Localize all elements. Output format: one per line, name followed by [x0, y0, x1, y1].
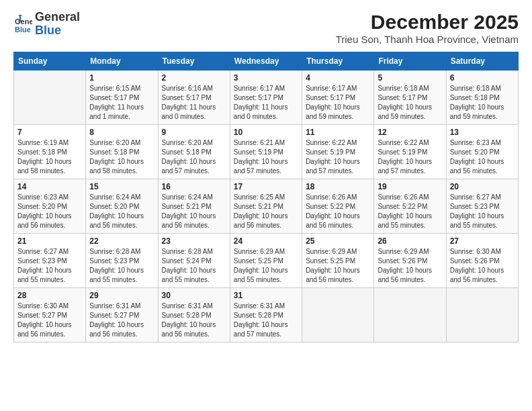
week-row-2: 7Sunrise: 6:19 AMSunset: 5:18 PMDaylight…	[14, 125, 519, 179]
logo-general: General	[35, 11, 80, 24]
day-cell	[302, 288, 374, 342]
day-cell: 26Sunrise: 6:29 AMSunset: 5:26 PMDayligh…	[374, 234, 446, 288]
day-cell: 24Sunrise: 6:29 AMSunset: 5:25 PMDayligh…	[230, 234, 302, 288]
day-info: Sunrise: 6:30 AMSunset: 5:26 PMDaylight:…	[450, 247, 515, 285]
calendar-header: SundayMondayTuesdayWednesdayThursdayFrid…	[14, 52, 519, 71]
week-row-5: 28Sunrise: 6:30 AMSunset: 5:27 PMDayligh…	[14, 288, 519, 342]
day-cell: 19Sunrise: 6:26 AMSunset: 5:22 PMDayligh…	[374, 179, 446, 234]
day-number: 11	[306, 128, 370, 137]
day-info: Sunrise: 6:30 AMSunset: 5:27 PMDaylight:…	[17, 302, 82, 339]
day-number: 26	[378, 236, 442, 246]
day-cell: 15Sunrise: 6:24 AMSunset: 5:20 PMDayligh…	[86, 179, 158, 234]
day-info: Sunrise: 6:28 AMSunset: 5:24 PMDaylight:…	[162, 247, 226, 285]
day-cell: 6Sunrise: 6:18 AMSunset: 5:18 PMDaylight…	[446, 71, 518, 125]
day-info: Sunrise: 6:26 AMSunset: 5:22 PMDaylight:…	[378, 193, 442, 230]
weekday-header-friday: Friday	[374, 52, 446, 71]
day-info: Sunrise: 6:22 AMSunset: 5:19 PMDaylight:…	[378, 138, 442, 176]
svg-text:Blue: Blue	[15, 26, 31, 34]
day-info: Sunrise: 6:15 AMSunset: 5:17 PMDaylight:…	[89, 84, 154, 122]
logo: General Blue General Blue	[13, 11, 80, 38]
calendar-body: 1Sunrise: 6:15 AMSunset: 5:17 PMDaylight…	[14, 71, 519, 342]
day-number: 7	[17, 128, 82, 137]
day-info: Sunrise: 6:29 AMSunset: 5:25 PMDaylight:…	[234, 247, 298, 285]
day-cell: 27Sunrise: 6:30 AMSunset: 5:26 PMDayligh…	[446, 234, 518, 288]
day-number: 23	[162, 236, 226, 246]
day-info: Sunrise: 6:20 AMSunset: 5:18 PMDaylight:…	[162, 138, 226, 176]
day-number: 8	[89, 128, 154, 137]
day-cell	[446, 288, 518, 342]
day-number: 19	[378, 182, 442, 191]
day-number: 2	[162, 73, 226, 83]
day-cell: 10Sunrise: 6:21 AMSunset: 5:19 PMDayligh…	[230, 125, 302, 179]
weekday-header-monday: Monday	[86, 52, 158, 71]
day-cell: 5Sunrise: 6:18 AMSunset: 5:17 PMDaylight…	[374, 71, 446, 125]
day-info: Sunrise: 6:17 AMSunset: 5:17 PMDaylight:…	[306, 84, 370, 122]
logo-icon: General Blue	[13, 15, 32, 34]
day-cell: 30Sunrise: 6:31 AMSunset: 5:28 PMDayligh…	[158, 288, 230, 342]
day-cell: 23Sunrise: 6:28 AMSunset: 5:24 PMDayligh…	[158, 234, 230, 288]
day-cell: 13Sunrise: 6:23 AMSunset: 5:20 PMDayligh…	[446, 125, 518, 179]
day-number: 6	[450, 73, 515, 83]
day-cell: 1Sunrise: 6:15 AMSunset: 5:17 PMDaylight…	[86, 71, 158, 125]
day-info: Sunrise: 6:27 AMSunset: 5:23 PMDaylight:…	[450, 193, 515, 230]
weekday-row: SundayMondayTuesdayWednesdayThursdayFrid…	[14, 52, 519, 71]
day-info: Sunrise: 6:28 AMSunset: 5:23 PMDaylight:…	[89, 247, 154, 285]
day-info: Sunrise: 6:18 AMSunset: 5:18 PMDaylight:…	[450, 84, 515, 122]
day-cell	[14, 71, 86, 125]
day-cell: 14Sunrise: 6:23 AMSunset: 5:20 PMDayligh…	[14, 179, 86, 234]
day-cell: 7Sunrise: 6:19 AMSunset: 5:18 PMDaylight…	[14, 125, 86, 179]
day-info: Sunrise: 6:25 AMSunset: 5:21 PMDaylight:…	[234, 193, 298, 230]
day-cell: 31Sunrise: 6:31 AMSunset: 5:28 PMDayligh…	[230, 288, 302, 342]
day-info: Sunrise: 6:16 AMSunset: 5:17 PMDaylight:…	[162, 84, 226, 122]
week-row-3: 14Sunrise: 6:23 AMSunset: 5:20 PMDayligh…	[14, 179, 519, 234]
day-number: 28	[17, 291, 82, 300]
weekday-header-wednesday: Wednesday	[230, 52, 302, 71]
day-cell: 17Sunrise: 6:25 AMSunset: 5:21 PMDayligh…	[230, 179, 302, 234]
week-row-4: 21Sunrise: 6:27 AMSunset: 5:23 PMDayligh…	[14, 234, 519, 288]
day-cell	[374, 288, 446, 342]
day-cell: 21Sunrise: 6:27 AMSunset: 5:23 PMDayligh…	[14, 234, 86, 288]
day-cell: 16Sunrise: 6:24 AMSunset: 5:21 PMDayligh…	[158, 179, 230, 234]
week-row-1: 1Sunrise: 6:15 AMSunset: 5:17 PMDaylight…	[14, 71, 519, 125]
logo-wordmark: General Blue	[35, 11, 80, 38]
day-cell: 25Sunrise: 6:29 AMSunset: 5:25 PMDayligh…	[302, 234, 374, 288]
day-cell: 28Sunrise: 6:30 AMSunset: 5:27 PMDayligh…	[14, 288, 86, 342]
day-number: 30	[162, 291, 226, 300]
day-number: 16	[162, 182, 226, 191]
day-cell: 22Sunrise: 6:28 AMSunset: 5:23 PMDayligh…	[86, 234, 158, 288]
day-info: Sunrise: 6:23 AMSunset: 5:20 PMDaylight:…	[450, 138, 515, 176]
month-title: December 2025	[336, 11, 519, 34]
day-info: Sunrise: 6:31 AMSunset: 5:28 PMDaylight:…	[162, 302, 226, 339]
day-cell: 18Sunrise: 6:26 AMSunset: 5:22 PMDayligh…	[302, 179, 374, 234]
weekday-header-sunday: Sunday	[14, 52, 86, 71]
day-number: 27	[450, 236, 515, 246]
day-info: Sunrise: 6:24 AMSunset: 5:21 PMDaylight:…	[162, 193, 226, 230]
day-info: Sunrise: 6:29 AMSunset: 5:26 PMDaylight:…	[378, 247, 442, 285]
day-number: 18	[306, 182, 370, 191]
day-number: 29	[89, 291, 154, 300]
day-number: 13	[450, 128, 515, 137]
day-number: 22	[89, 236, 154, 246]
calendar-table: SundayMondayTuesdayWednesdayThursdayFrid…	[13, 52, 519, 342]
title-area: December 2025 Trieu Son, Thanh Hoa Provi…	[336, 11, 519, 45]
day-cell: 4Sunrise: 6:17 AMSunset: 5:17 PMDaylight…	[302, 71, 374, 125]
day-number: 25	[306, 236, 370, 246]
day-number: 31	[234, 291, 298, 300]
day-info: Sunrise: 6:17 AMSunset: 5:17 PMDaylight:…	[234, 84, 298, 122]
day-cell: 20Sunrise: 6:27 AMSunset: 5:23 PMDayligh…	[446, 179, 518, 234]
weekday-header-saturday: Saturday	[446, 52, 518, 71]
day-number: 5	[378, 73, 442, 83]
day-number: 4	[306, 73, 370, 83]
day-info: Sunrise: 6:31 AMSunset: 5:28 PMDaylight:…	[234, 302, 298, 339]
day-cell: 2Sunrise: 6:16 AMSunset: 5:17 PMDaylight…	[158, 71, 230, 125]
day-number: 14	[17, 182, 82, 191]
day-cell: 9Sunrise: 6:20 AMSunset: 5:18 PMDaylight…	[158, 125, 230, 179]
day-info: Sunrise: 6:18 AMSunset: 5:17 PMDaylight:…	[378, 84, 442, 122]
day-info: Sunrise: 6:27 AMSunset: 5:23 PMDaylight:…	[17, 247, 82, 285]
day-number: 20	[450, 182, 515, 191]
day-info: Sunrise: 6:24 AMSunset: 5:20 PMDaylight:…	[89, 193, 154, 230]
day-cell: 12Sunrise: 6:22 AMSunset: 5:19 PMDayligh…	[374, 125, 446, 179]
day-number: 21	[17, 236, 82, 246]
location-title: Trieu Son, Thanh Hoa Province, Vietnam	[336, 34, 519, 45]
svg-text:General: General	[15, 17, 32, 26]
